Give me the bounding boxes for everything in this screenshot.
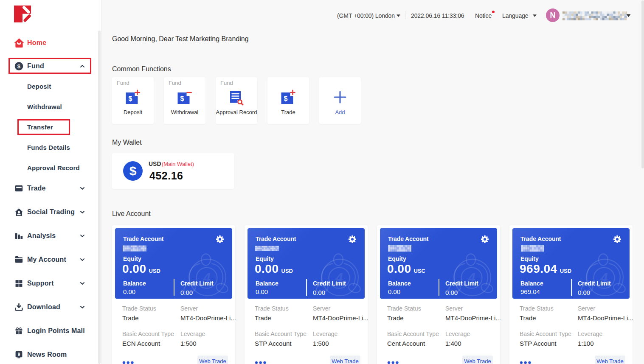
- svg-text:$: $: [284, 95, 288, 102]
- svg-text:$: $: [180, 95, 184, 102]
- svg-text:4: 4: [467, 270, 475, 286]
- svg-text:$: $: [17, 63, 21, 70]
- svg-text:4: 4: [335, 270, 343, 286]
- svg-text:4: 4: [202, 270, 211, 286]
- svg-text:4: 4: [600, 270, 608, 286]
- svg-text:9: 9: [18, 352, 20, 357]
- svg-text:$: $: [129, 95, 132, 102]
